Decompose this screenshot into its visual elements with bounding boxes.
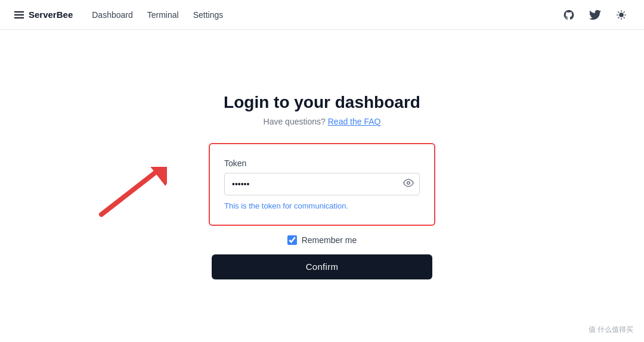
svg-point-2	[407, 181, 410, 184]
nav-links: Dashboard Terminal Settings	[92, 10, 561, 20]
remember-me-checkbox[interactable]	[287, 235, 297, 245]
github-icon[interactable]	[561, 7, 577, 23]
nav-dashboard[interactable]: Dashboard	[92, 10, 133, 20]
confirm-button[interactable]: Confirm	[212, 254, 432, 279]
brand-name: ServerBee	[29, 10, 73, 20]
watermark: 值 什么值得买	[589, 325, 633, 335]
token-hint: This is the token for communication.	[224, 201, 420, 210]
subtitle-text: Have questions?	[264, 117, 326, 126]
remember-me-container: Remember me	[287, 235, 357, 245]
nav-terminal[interactable]: Terminal	[147, 10, 179, 20]
nav-settings[interactable]: Settings	[193, 10, 224, 20]
svg-line-1	[101, 173, 155, 214]
token-input-wrapper	[224, 173, 420, 195]
brand: ServerBee	[14, 10, 73, 20]
token-label: Token	[224, 158, 420, 168]
navbar-right	[561, 7, 630, 23]
navbar: ServerBee Dashboard Terminal Settings	[0, 0, 644, 30]
subtitle: Have questions? Read the FAQ	[264, 117, 381, 126]
form-card: Token This is the token for communicatio…	[209, 143, 435, 226]
arrow-annotation	[95, 167, 167, 223]
token-input[interactable]	[224, 173, 420, 195]
remember-me-label[interactable]: Remember me	[302, 235, 357, 245]
twitter-icon[interactable]	[587, 7, 603, 23]
watermark-text: 值 什么值得买	[589, 325, 633, 335]
page-title: Login to your dashboard	[224, 93, 420, 112]
sun-icon[interactable]	[613, 7, 630, 23]
main-content: Login to your dashboard Have questions? …	[0, 30, 644, 342]
hamburger-icon[interactable]	[14, 11, 24, 18]
eye-icon[interactable]	[403, 178, 414, 191]
faq-link[interactable]: Read the FAQ	[328, 117, 381, 126]
